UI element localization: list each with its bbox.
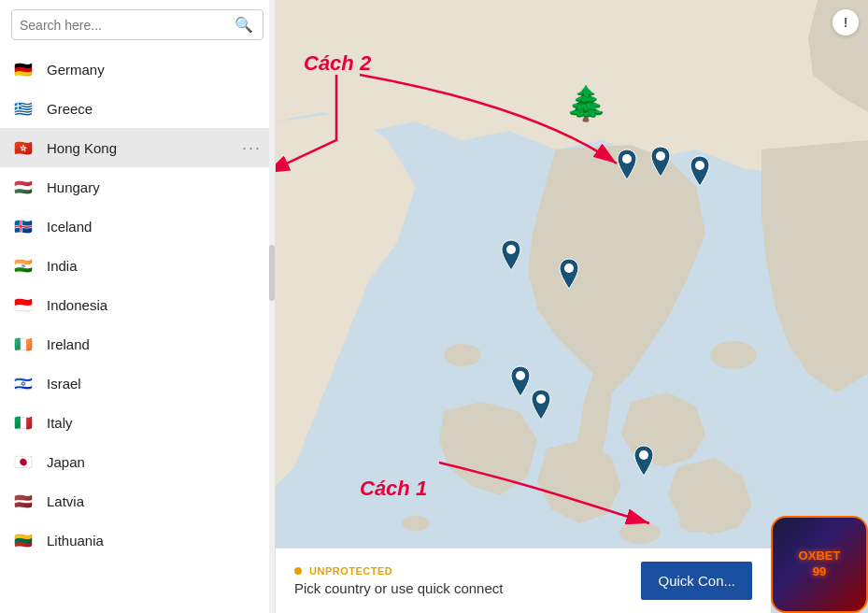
country-name-latvia: Latvia	[47, 493, 262, 509]
map-pin-8[interactable]	[631, 444, 657, 478]
sidebar-item-latvia[interactable]: 🇱🇻Latvia	[0, 481, 275, 520]
search-box: 🔍	[11, 9, 263, 40]
search-input[interactable]	[20, 18, 233, 33]
pick-country-text: Pick country or use quick connect	[294, 580, 641, 596]
country-name-iceland: Iceland	[47, 219, 262, 235]
flag-greece: 🇬🇷	[13, 98, 34, 119]
flag-lithuania: 🇱🇹	[13, 530, 34, 550]
info-button[interactable]: !	[832, 9, 859, 36]
sidebar: 🔍 🇩🇪Germany🇬🇷Greece🇭🇰Hong Kong···🇭🇺Hunga…	[0, 0, 276, 613]
sidebar-item-ireland[interactable]: 🇮🇪Ireland	[0, 324, 275, 364]
search-button[interactable]: 🔍	[233, 16, 255, 34]
country-name-ireland: Ireland	[47, 336, 262, 352]
flag-japan: 🇯🇵	[13, 451, 34, 472]
map-pin-4[interactable]	[498, 238, 524, 272]
map-pin-3[interactable]	[687, 154, 713, 188]
flag-india: 🇮🇳	[13, 255, 34, 276]
svg-point-11	[516, 371, 525, 380]
quick-connect-button[interactable]: Quick Con...	[641, 562, 752, 600]
tree-icon: 🌲	[565, 84, 607, 123]
flag-germany: 🇩🇪	[13, 59, 34, 79]
svg-point-2	[444, 344, 481, 366]
bottom-bar: UNPROTECTED Pick country or use quick co…	[276, 548, 771, 613]
country-name-india: India	[47, 258, 262, 274]
flag-hungary: 🇭🇺	[13, 177, 34, 197]
svg-point-9	[506, 245, 516, 254]
country-name-italy: Italy	[47, 415, 262, 431]
svg-point-8	[695, 161, 704, 170]
oxbet-text: OXBET99	[799, 549, 841, 580]
more-options-hong-kong[interactable]: ···	[242, 138, 262, 158]
sidebar-item-iceland[interactable]: 🇮🇸Iceland	[0, 207, 275, 246]
map-pin-5[interactable]	[556, 257, 582, 291]
svg-point-7	[656, 151, 665, 161]
sidebar-item-italy[interactable]: 🇮🇹Italy	[0, 403, 275, 442]
country-list: 🇩🇪Germany🇬🇷Greece🇭🇰Hong Kong···🇭🇺Hungary…	[0, 50, 275, 613]
flag-indonesia: 🇮🇩	[13, 294, 34, 315]
country-name-indonesia: Indonesia	[47, 297, 262, 313]
sidebar-item-germany[interactable]: 🇩🇪Germany	[0, 50, 275, 89]
sidebar-item-japan[interactable]: 🇯🇵Japan	[0, 442, 275, 481]
svg-point-3	[679, 514, 713, 533]
map-pin-1[interactable]	[614, 148, 640, 181]
sidebar-item-india[interactable]: 🇮🇳India	[0, 246, 275, 285]
bottom-status: UNPROTECTED Pick country or use quick co…	[294, 565, 641, 596]
flag-italy: 🇮🇹	[13, 412, 34, 433]
country-name-greece: Greece	[47, 101, 262, 117]
svg-point-10	[564, 264, 574, 273]
svg-point-1	[710, 341, 757, 369]
country-name-hong-kong: Hong Kong	[47, 140, 242, 156]
flag-latvia: 🇱🇻	[13, 491, 34, 511]
svg-point-6	[622, 154, 632, 164]
svg-point-4	[402, 516, 430, 531]
sidebar-item-lithuania[interactable]: 🇱🇹Lithuania	[0, 520, 275, 560]
scrollbar-thumb[interactable]	[269, 245, 275, 301]
flag-ireland: 🇮🇪	[13, 334, 34, 354]
map-pin-2[interactable]	[647, 145, 674, 178]
map-pin-7[interactable]	[528, 388, 554, 421]
svg-point-12	[536, 394, 546, 404]
flag-hong-kong: 🇭🇰	[13, 137, 34, 158]
sidebar-item-hong-kong[interactable]: 🇭🇰Hong Kong···	[0, 128, 275, 167]
status-label: UNPROTECTED	[309, 565, 392, 577]
scrollbar-track	[269, 0, 275, 613]
country-name-israel: Israel	[47, 376, 262, 392]
flag-iceland: 🇮🇸	[13, 216, 34, 236]
sidebar-item-israel[interactable]: 🇮🇱Israel	[0, 364, 275, 403]
sidebar-item-hungary[interactable]: 🇭🇺Hungary	[0, 167, 275, 207]
svg-point-5	[619, 521, 661, 544]
country-name-japan: Japan	[47, 454, 262, 470]
country-name-lithuania: Lithuania	[47, 533, 262, 549]
sidebar-item-indonesia[interactable]: 🇮🇩Indonesia	[0, 285, 275, 324]
sidebar-item-greece[interactable]: 🇬🇷Greece	[0, 89, 275, 128]
status-dot	[294, 567, 302, 575]
svg-point-13	[639, 450, 648, 460]
flag-israel: 🇮🇱	[13, 373, 34, 393]
country-name-germany: Germany	[47, 62, 262, 78]
oxbet-overlay: OXBET99	[771, 516, 868, 613]
country-name-hungary: Hungary	[47, 179, 262, 195]
